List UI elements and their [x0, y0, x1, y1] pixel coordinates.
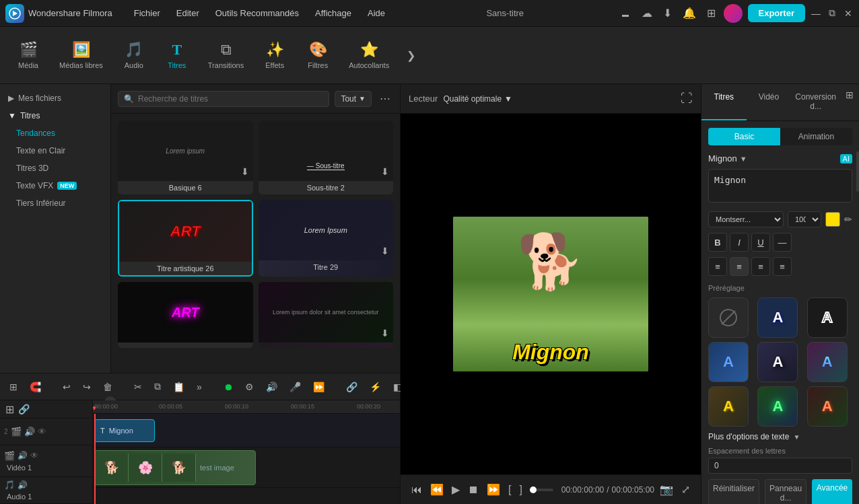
tab-conversion[interactable]: Conversion d... — [791, 84, 840, 120]
playhead[interactable] — [94, 414, 96, 504]
bell-icon[interactable]: 🔔 — [680, 7, 699, 20]
tile-art-neon[interactable]: ART — [118, 282, 253, 348]
track-eye-icon[interactable]: 👁 — [38, 427, 46, 437]
record-button[interactable]: ⏺ — [219, 379, 237, 395]
track-vol-icon2[interactable]: 🔊 — [18, 451, 28, 460]
sidebar-titres-3d[interactable]: Titres 3D — [0, 159, 110, 177]
tile-titre29[interactable]: Lorem Ipsum ⬇ Titre 29 — [259, 200, 394, 277]
sidebar-tiers-inferieur[interactable]: Tiers Inférieur — [0, 194, 110, 212]
strikethrough-button[interactable]: — — [773, 233, 792, 252]
stop-button[interactable]: ⏹ — [465, 481, 481, 499]
split-button[interactable]: ⚡ — [366, 379, 385, 395]
cut-button[interactable]: ✂ — [130, 379, 146, 395]
window-restore-button[interactable]: ⧉ — [827, 8, 837, 19]
scrollbar-thumb[interactable] — [856, 151, 859, 192]
preset-gold[interactable]: A — [708, 386, 749, 427]
align-center-button[interactable]: ≡ — [730, 257, 749, 276]
skip-back-button[interactable]: ⏮ — [409, 481, 425, 499]
align-left-button[interactable]: ≡ — [708, 257, 727, 276]
link-tracks-icon[interactable]: 🔗 — [18, 404, 30, 415]
tool-filtres[interactable]: 🎨 Filtres — [298, 36, 338, 75]
tool-effets[interactable]: ✨ Effets — [254, 36, 295, 75]
filter-dropdown[interactable]: Tout ▼ — [335, 91, 372, 107]
text-input[interactable]: Mignon — [708, 169, 852, 203]
reset-button[interactable]: Réinitialiser — [708, 479, 759, 504]
preset-blue[interactable]: A — [708, 342, 749, 382]
expand-panel-icon[interactable]: ⊞ — [840, 84, 859, 120]
user-avatar[interactable] — [724, 4, 743, 23]
tool-titres[interactable]: T Titres — [157, 36, 197, 75]
preset-gradient[interactable]: A — [807, 342, 848, 382]
ai-icon[interactable]: AI — [840, 154, 852, 164]
preset-outline[interactable]: A — [807, 297, 848, 338]
more-tl-button[interactable]: » — [193, 379, 206, 395]
grid-icon[interactable]: ⊞ — [704, 7, 718, 20]
color-edit-icon[interactable]: ✏ — [844, 214, 852, 225]
play-button[interactable]: ▶ — [449, 480, 462, 499]
tile-art-small[interactable]: Lorem ipsum dolor sit amet consectetur ⬇ — [259, 282, 394, 348]
menu-editer[interactable]: Editer — [168, 4, 207, 22]
track-vol-icon[interactable]: 🔊 — [24, 427, 35, 437]
bold-button[interactable]: B — [708, 233, 727, 252]
window-close-button[interactable]: ✕ — [843, 8, 854, 19]
download-cloud-icon[interactable]: ⬇ — [660, 7, 675, 20]
align-right-button[interactable]: ≡ — [751, 257, 770, 276]
sidebar-titres-section[interactable]: ▼ Titres — [0, 107, 110, 124]
search-input[interactable] — [138, 94, 323, 104]
italic-button[interactable]: I — [730, 233, 749, 252]
sidebar-texte-clair[interactable]: Texte en Clair — [0, 142, 110, 159]
advanced-button[interactable]: Avancée — [812, 479, 852, 504]
color-picker-button[interactable] — [825, 212, 840, 227]
speed-button[interactable]: ⏩ — [309, 379, 329, 395]
fullscreen-button[interactable]: ⛶ — [681, 92, 693, 106]
preset-none[interactable] — [708, 297, 749, 338]
preview-progress-bar[interactable] — [533, 489, 553, 491]
preset-shadow[interactable]: A — [757, 342, 798, 382]
preset-chevron-icon[interactable]: ▼ — [740, 155, 747, 163]
add-track-button[interactable]: ⊞ — [5, 379, 22, 395]
video-clip-test[interactable]: 🐕 🌸 🐕 test image — [94, 450, 256, 485]
sidebar-texte-vfx[interactable]: Texte VFX NEW — [0, 177, 110, 194]
zoom-preview-button[interactable]: ⤢ — [679, 480, 693, 499]
library-more-button[interactable]: ⋯ — [377, 92, 393, 105]
minimize-icon[interactable]: 🗕 — [617, 7, 633, 20]
track-eye-icon2[interactable]: 👁 — [30, 451, 38, 460]
menu-aide[interactable]: Aide — [359, 4, 393, 22]
sidebar-tendances[interactable]: Tendances — [0, 124, 110, 142]
settings-tl-button[interactable]: ⚙ — [241, 379, 258, 395]
tool-media[interactable]: 🎬 Média — [8, 36, 48, 75]
mode-tab-animation[interactable]: Animation — [780, 128, 852, 145]
more-text-options[interactable]: Plus d'options de texte ▼ — [708, 432, 852, 441]
track-vol-icon3[interactable]: 🔊 — [18, 480, 28, 490]
underline-button[interactable]: U — [751, 233, 770, 252]
delete-button[interactable]: 🗑 — [99, 379, 116, 395]
window-minimize-button[interactable]: — — [811, 8, 821, 19]
title-clip-mignon[interactable]: T Mignon — [94, 419, 155, 442]
menu-outils[interactable]: Outils Recommandés — [207, 4, 307, 22]
toolbar-more-arrow[interactable]: ❯ — [403, 47, 419, 63]
audio-tl-button[interactable]: 🔊 — [262, 379, 281, 395]
redo-button[interactable]: ↪ — [79, 379, 95, 395]
mark-in-button[interactable]: [ — [506, 481, 514, 499]
font-size-select[interactable]: 100 — [788, 211, 821, 227]
panel-button[interactable]: Panneau d... — [765, 479, 806, 504]
add-scene-icon[interactable]: ⊞ — [5, 403, 14, 416]
tab-titres[interactable]: Titres — [701, 84, 747, 120]
mode-tab-basic[interactable]: Basic — [708, 128, 780, 145]
tool-transitions[interactable]: ⧉ Transitions — [200, 36, 252, 75]
tile-artistique26[interactable]: ART Titre artistique 26 — [118, 200, 253, 277]
tool-medias-libres[interactable]: 🖼️ Médias libres — [51, 36, 111, 75]
menu-affichage[interactable]: Affichage — [307, 4, 359, 22]
tab-video[interactable]: Vidéo — [747, 84, 792, 120]
magnet-button[interactable]: 🧲 — [26, 379, 45, 395]
quality-select[interactable]: Qualité optimale ▼ — [443, 94, 512, 104]
frame-forward-button[interactable]: ⏩ — [484, 480, 503, 499]
tool-audio[interactable]: 🎵 Audio — [114, 36, 154, 75]
undo-button[interactable]: ↩ — [59, 379, 75, 395]
font-select[interactable]: Montserr... — [708, 211, 784, 227]
justify-button[interactable]: ≡ — [773, 257, 792, 276]
preset-fancy[interactable]: A — [807, 386, 848, 427]
link-button[interactable]: 🔗 — [342, 379, 362, 395]
frame-back-button[interactable]: ⏪ — [427, 480, 446, 499]
tool-autocollants[interactable]: ⭐ Autocollants — [341, 36, 397, 75]
